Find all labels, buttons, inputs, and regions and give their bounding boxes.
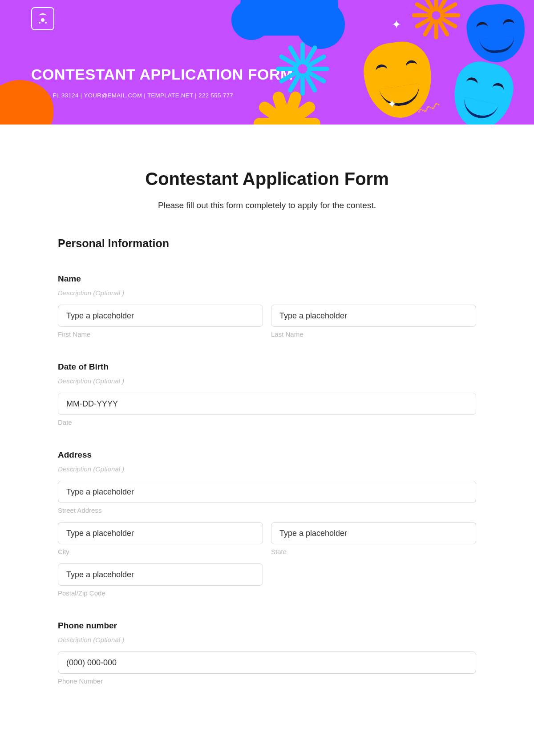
form-document: Contestant Application Form Please fill … — [0, 125, 534, 698]
name-label: Name — [58, 274, 476, 284]
state-sublabel: State — [271, 548, 476, 555]
city-input[interactable] — [58, 522, 263, 544]
phone-description: Description (Optional ) — [58, 636, 476, 643]
zip-sublabel: Postal/Zip Code — [58, 589, 263, 597]
street-sublabel: Street Address — [58, 507, 476, 514]
svg-point-2 — [45, 22, 47, 24]
svg-point-1 — [39, 22, 40, 24]
dob-sublabel: Date — [58, 418, 476, 426]
sun-icon — [254, 84, 320, 125]
name-description: Description (Optional ) — [58, 289, 476, 297]
blob-decoration — [0, 80, 53, 125]
phone-label: Phone number — [58, 621, 476, 631]
starburst-icon — [412, 0, 460, 37]
page-title: Contestant Application Form — [58, 169, 476, 189]
field-phone: Phone number Description (Optional ) Pho… — [58, 621, 476, 685]
field-dob: Date of Birth Description (Optional ) Da… — [58, 362, 476, 426]
sparkle-icon: ✦ — [392, 18, 401, 32]
phone-sublabel: Phone Number — [58, 677, 476, 685]
field-name: Name Description (Optional ) First Name … — [58, 274, 476, 338]
hero-title: CONTESTANT APPLICATION FORM — [31, 66, 503, 83]
logo-icon — [31, 7, 54, 30]
field-address: Address Description (Optional ) Street A… — [58, 450, 476, 597]
last-name-sublabel: Last Name — [271, 330, 476, 338]
address-description: Description (Optional ) — [58, 465, 476, 473]
city-sublabel: City — [58, 548, 263, 555]
mask-icon — [465, 2, 528, 65]
section-personal-info: Personal Information — [58, 237, 476, 250]
dob-input[interactable] — [58, 393, 476, 415]
zip-input[interactable] — [58, 563, 263, 586]
sparkle-icon: ✦ — [387, 97, 397, 111]
state-input[interactable] — [271, 522, 476, 544]
hero-banner: CONTESTANT APPLICATION FORM MIAMI, FL 33… — [0, 0, 534, 125]
dob-description: Description (Optional ) — [58, 377, 476, 385]
cloud-decoration — [240, 0, 338, 36]
address-label: Address — [58, 450, 476, 460]
dob-label: Date of Birth — [58, 362, 476, 372]
street-input[interactable] — [58, 481, 476, 503]
first-name-input[interactable] — [58, 305, 263, 327]
first-name-sublabel: First Name — [58, 330, 263, 338]
svg-point-0 — [41, 18, 44, 22]
last-name-input[interactable] — [271, 305, 476, 327]
phone-input[interactable] — [58, 651, 476, 674]
page-subtitle: Please fill out this form completely to … — [58, 201, 476, 210]
